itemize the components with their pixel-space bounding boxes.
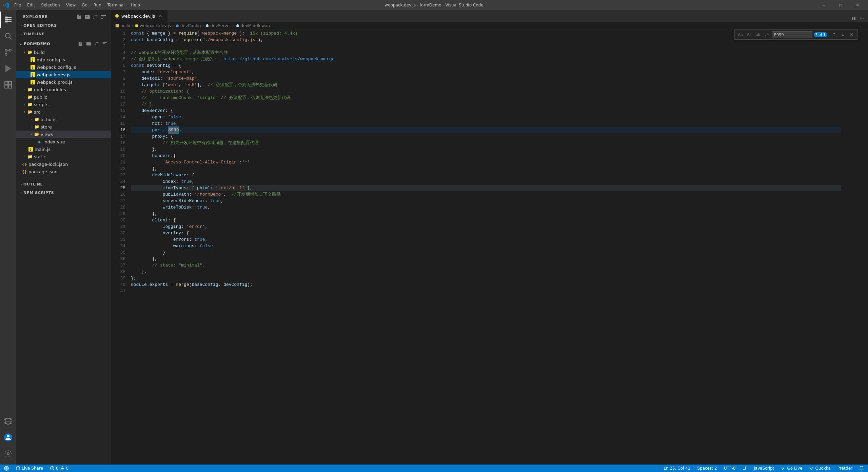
tab-close-button[interactable]: ✕ (158, 13, 163, 19)
line-19: 19 (111, 146, 125, 153)
tree-item-node-modules[interactable]: › 📁 node_modules (16, 86, 111, 93)
find-prev-button[interactable]: ↑ (830, 31, 838, 38)
timeline-header[interactable]: TIMELINE (16, 31, 111, 38)
open-editors-header[interactable]: OPEN EDITORS (16, 22, 111, 29)
activity-run[interactable] (0, 60, 16, 77)
collapse-project-button[interactable] (101, 40, 108, 47)
tree-item-main-js[interactable]: J main.js (16, 145, 111, 153)
close-button[interactable]: ✕ (850, 0, 865, 10)
line-ending-info[interactable]: LF (741, 465, 749, 472)
minimize-button[interactable]: ─ (816, 0, 831, 10)
remote-indicator[interactable] (3, 465, 10, 472)
refresh-project-button[interactable] (93, 40, 100, 47)
breadcrumb-file[interactable]: webpack.dev.js (135, 23, 171, 28)
tree-item-index-vue[interactable]: ◆ index.vue (16, 138, 111, 145)
activity-search[interactable] (0, 28, 16, 44)
find-next-button[interactable]: ↓ (839, 31, 847, 38)
activity-remote[interactable] (0, 413, 16, 429)
code-area[interactable]: const { merge } = require('webpack-merge… (128, 29, 841, 465)
code-line-41 (131, 288, 841, 294)
svg-rect-8 (8, 81, 12, 84)
error-count[interactable]: 0 0 (48, 465, 70, 472)
tree-item-webpack-dev[interactable]: J webpack.dev.js (16, 71, 111, 78)
outline-header[interactable]: OUTLINE (16, 181, 111, 188)
tree-item-mfp[interactable]: J mfp.config.js (16, 56, 111, 63)
editor-content[interactable]: Aa Aa ab .* ? of 1 ↑ ↓ ✕ 1 2 3 4 5 6 7 8 (111, 29, 868, 465)
find-aa-button[interactable]: Aa (737, 32, 744, 38)
breadcrumb-devmiddleware[interactable]: devMiddleware (236, 23, 272, 28)
find-close-button[interactable]: ✕ (848, 31, 855, 38)
window-title: webpack.dev.js - formDemo - Visual Studi… (384, 3, 484, 7)
menu-go[interactable]: Go (79, 2, 90, 8)
folder-icon-actions: 📁 (34, 117, 39, 122)
go-live-button[interactable]: Go Live (780, 465, 804, 472)
breadcrumb-build[interactable]: build (115, 23, 131, 28)
tab-webpack-dev[interactable]: webpack.dev.js ✕ (111, 10, 167, 22)
activity-account[interactable] (0, 429, 16, 446)
activity-source-control[interactable] (0, 44, 16, 60)
menu-help[interactable]: Help (128, 2, 143, 8)
tree-item-actions[interactable]: › 📁 actions (16, 116, 111, 123)
tree-item-views[interactable]: ▾ 📂 views (16, 131, 111, 138)
prettier-button[interactable]: Prettier (836, 465, 854, 472)
more-actions-button[interactable]: ··· (859, 15, 865, 22)
tree-item-build[interactable]: ▾ 📂 build (16, 48, 111, 56)
activity-explorer[interactable] (0, 12, 16, 28)
find-input[interactable] (772, 31, 812, 38)
line-1: 1 (111, 30, 125, 37)
refresh-button[interactable] (92, 14, 99, 20)
liveshare-button[interactable]: Live Share (14, 465, 44, 472)
sidebar: EXPLORER OPEN E (16, 10, 111, 465)
project-header[interactable]: FORMDEMO (16, 39, 111, 48)
menu-run[interactable]: Run (91, 2, 104, 8)
tree-item-src[interactable]: ▾ 📂 src (16, 108, 111, 116)
code-line-37: // stats: "minimal", (131, 262, 841, 269)
encoding-info[interactable]: UTF-8 (723, 465, 737, 472)
tree-item-public[interactable]: › 📁 public (16, 93, 111, 101)
code-line-18: // 如果开发环境中有跨域问题，在这里配置代理 (131, 140, 841, 146)
maximize-button[interactable]: □ (833, 0, 848, 10)
tree-item-package-json[interactable]: {} package.json (16, 168, 111, 175)
menu-edit[interactable]: Edit (24, 2, 38, 8)
breadcrumb-devserver[interactable]: devServer (205, 23, 231, 28)
position-info[interactable]: Ln 25, Col 41 (662, 465, 692, 472)
project-label: FORMDEMO (24, 42, 51, 46)
menu-terminal[interactable]: Terminal (105, 2, 127, 8)
spaces-info[interactable]: Spaces: 2 (696, 465, 718, 472)
line-22: 22 (111, 165, 125, 172)
breadcrumb-sep-3: › (202, 23, 204, 28)
tree-item-package-lock[interactable]: {} package-lock.json (16, 160, 111, 168)
code-line-15: hot: true, (131, 120, 841, 127)
quokka-button[interactable]: Quokka (808, 465, 832, 472)
new-folder-button[interactable] (84, 14, 91, 20)
line-40: 40 (111, 281, 125, 288)
language-info[interactable]: JavaScript (752, 465, 775, 472)
find-match-case[interactable]: Aa (746, 32, 753, 38)
tree-item-static[interactable]: › 📁 static (16, 153, 111, 160)
minimap (841, 29, 868, 465)
code-line-24: index: true, (131, 178, 841, 185)
new-file-button[interactable] (76, 14, 82, 20)
activity-extensions[interactable] (0, 77, 16, 93)
tree-item-webpack-prod[interactable]: J webpack.prod.js (16, 78, 111, 86)
new-file-project-button[interactable] (77, 40, 84, 47)
find-regex[interactable]: .* (763, 32, 770, 38)
collapse-all-button[interactable] (100, 14, 107, 20)
npm-scripts-header[interactable]: NPM SCRIPTS (16, 189, 111, 196)
split-editor-button[interactable] (850, 15, 857, 22)
tree-item-scripts[interactable]: › 📁 scripts (16, 101, 111, 108)
menu-file[interactable]: File (12, 2, 24, 8)
new-folder-project-button[interactable] (85, 40, 92, 47)
code-line-8: devtool: "source-map", (131, 75, 841, 82)
breadcrumb-devconfig[interactable]: devConfig (175, 23, 201, 28)
svg-point-12 (7, 435, 9, 437)
menu-view[interactable]: View (63, 2, 78, 8)
tree-item-webpack-config[interactable]: J webpack.config.js (16, 63, 111, 71)
code-line-19: }, (131, 146, 841, 153)
line-17: 17 (111, 133, 125, 140)
activity-settings[interactable] (0, 446, 16, 462)
notifications-button[interactable] (858, 465, 865, 472)
find-whole-word[interactable]: ab (754, 32, 762, 38)
tree-item-store[interactable]: › 📁 store (16, 123, 111, 131)
menu-selection[interactable]: Selection (38, 2, 62, 8)
